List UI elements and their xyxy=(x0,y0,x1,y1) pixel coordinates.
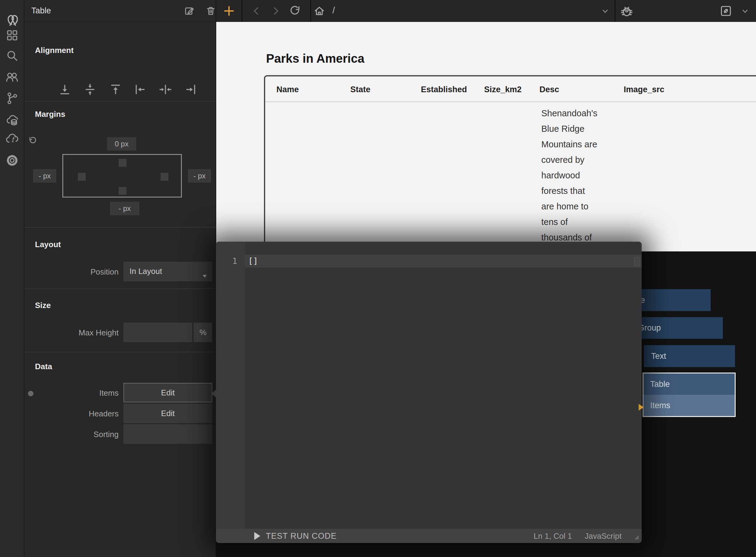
app-logo-icon[interactable] xyxy=(5,12,20,28)
dashboard-icon[interactable] xyxy=(5,29,19,43)
tree-item-label: Text xyxy=(651,352,666,361)
chevron-down-icon xyxy=(202,270,207,280)
inspector-header: Table xyxy=(24,0,216,22)
cursor-position: Ln 1, Col 1 xyxy=(534,531,572,541)
editor-gutter xyxy=(216,242,245,529)
canvas-top-bar: / xyxy=(216,0,756,22)
tree-item-items[interactable]: Items xyxy=(643,395,735,416)
code-content[interactable]: [] xyxy=(248,256,258,265)
git-branch-icon[interactable] xyxy=(5,92,19,106)
margin-right-button[interactable]: - px xyxy=(188,169,211,183)
tree-selected-group: Table Items xyxy=(642,373,736,417)
language-label: JavaScript xyxy=(585,531,622,541)
align-left-icon[interactable] xyxy=(133,83,147,97)
layout-section-title: Layout xyxy=(35,240,61,249)
max-height-unit-button[interactable]: % xyxy=(194,323,212,342)
editor-scrollbar-thumb[interactable] xyxy=(634,257,640,266)
position-label: Position xyxy=(42,267,119,277)
data-section-title: Data xyxy=(35,362,52,371)
align-right-icon[interactable] xyxy=(184,83,197,97)
settings-gear-icon[interactable] xyxy=(5,154,19,168)
nav-forward-icon[interactable] xyxy=(269,5,282,19)
test-run-code-button[interactable]: TEST RUN CODE xyxy=(266,531,337,541)
max-height-input[interactable] xyxy=(123,323,192,342)
toolbar-separator xyxy=(615,0,616,22)
binding-dot[interactable] xyxy=(28,391,33,396)
headers-edit-button[interactable]: Edit xyxy=(123,404,212,423)
line-number: 1 xyxy=(216,256,237,266)
left-icon-rail: f xyxy=(0,0,24,557)
app-canvas[interactable]: Parks in America Name State Established … xyxy=(216,22,756,252)
cloud-function-icon[interactable]: f xyxy=(5,133,19,147)
tree-item-label: Items xyxy=(650,401,670,410)
col-header-desc[interactable]: Desc xyxy=(539,85,559,94)
code-editor[interactable]: 1 [] xyxy=(216,242,642,529)
tree-item-table[interactable]: Table xyxy=(643,374,735,395)
rename-edit-icon[interactable] xyxy=(183,5,195,18)
code-editor-modal: 1 [] TEST RUN CODE Ln 1, Col 1 JavaScrip… xyxy=(216,242,642,543)
editor-run-bar: TEST RUN CODE Ln 1, Col 1 JavaScript xyxy=(216,529,642,543)
page-title: Parks in America xyxy=(266,52,364,65)
breadcrumb-path: / xyxy=(333,5,335,16)
margin-left-button[interactable]: - px xyxy=(33,169,56,183)
tree-items-marker-icon xyxy=(639,404,644,411)
delete-trash-icon[interactable] xyxy=(204,5,217,18)
add-component-button[interactable] xyxy=(223,5,235,18)
align-vertical-center-icon[interactable] xyxy=(83,83,97,97)
selected-component-title: Table xyxy=(31,6,51,16)
align-bottom-icon[interactable] xyxy=(58,83,71,97)
refresh-icon[interactable] xyxy=(288,4,302,19)
headers-label: Headers xyxy=(42,409,119,418)
tree-item-group[interactable]: Group xyxy=(631,317,723,339)
col-header-image-src[interactable]: Image_src xyxy=(624,85,664,94)
search-icon[interactable] xyxy=(5,49,19,64)
page-list-chevron-icon[interactable] xyxy=(600,6,610,18)
items-label: Items xyxy=(42,388,119,398)
margin-bottom-handle[interactable] xyxy=(119,187,127,195)
reset-margins-icon[interactable] xyxy=(27,136,38,148)
tree-item-label: Table xyxy=(650,380,670,389)
toolbar-separator xyxy=(310,0,311,22)
max-height-label: Max Height xyxy=(42,328,119,338)
margins-section-title: Margins xyxy=(35,110,65,119)
app-root: f Table xyxy=(0,0,756,557)
section-divider xyxy=(24,101,216,101)
database-cloud-icon[interactable] xyxy=(5,114,19,129)
resize-grip-icon[interactable] xyxy=(634,535,639,541)
fullscreen-expand-icon[interactable] xyxy=(719,4,733,19)
col-header-size-km2[interactable]: Size_km2 xyxy=(484,85,522,94)
margin-top-button[interactable]: 0 px xyxy=(107,137,136,151)
header-divider xyxy=(265,101,756,102)
toolbar-separator xyxy=(242,0,242,22)
nav-back-icon[interactable] xyxy=(250,5,263,19)
tree-item-text[interactable]: Text xyxy=(644,345,735,367)
home-icon[interactable] xyxy=(313,4,326,19)
modal-pointer-arrow xyxy=(211,389,216,398)
debug-bug-icon[interactable] xyxy=(620,4,634,19)
col-header-name[interactable]: Name xyxy=(277,85,299,94)
col-header-state[interactable]: State xyxy=(350,85,370,94)
align-horizontal-center-icon[interactable] xyxy=(159,83,172,97)
margin-left-handle[interactable] xyxy=(78,173,86,181)
size-section-title: Size xyxy=(35,301,51,310)
margin-bottom-button[interactable]: - px xyxy=(110,202,139,215)
items-edit-button[interactable]: Edit xyxy=(123,383,212,402)
section-divider xyxy=(24,227,216,227)
position-select[interactable]: In Layout xyxy=(123,262,212,281)
sorting-label: Sorting xyxy=(42,430,119,439)
inspector-panel: Table Alignment xyxy=(24,0,216,557)
section-divider xyxy=(24,289,216,289)
margin-right-handle[interactable] xyxy=(161,173,168,181)
position-select-value: In Layout xyxy=(130,267,162,276)
sorting-input[interactable] xyxy=(123,424,212,444)
margin-top-handle[interactable] xyxy=(119,159,127,167)
parks-table[interactable]: Name State Established Size_km2 Desc Ima… xyxy=(264,75,756,252)
margins-box-diagram xyxy=(62,154,182,198)
align-top-icon[interactable] xyxy=(109,83,122,97)
col-header-established[interactable]: Established xyxy=(421,85,467,94)
run-play-icon[interactable] xyxy=(254,532,260,540)
alignment-section-title: Alignment xyxy=(35,46,73,55)
svg-text:f: f xyxy=(11,136,16,144)
preview-menu-chevron-icon[interactable] xyxy=(740,6,750,18)
users-icon[interactable] xyxy=(5,70,19,85)
